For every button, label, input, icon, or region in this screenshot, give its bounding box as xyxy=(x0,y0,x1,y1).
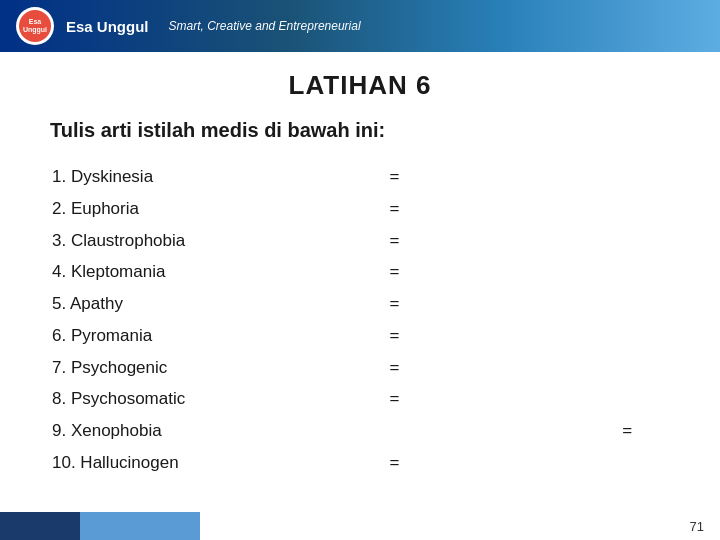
table-row: 9. Xenophobia = xyxy=(52,416,668,446)
item-eq-4: = xyxy=(390,257,436,287)
main-title: LATIHAN 6 xyxy=(50,70,670,101)
table-row: 7. Psychogenic = xyxy=(52,353,668,383)
table-row: 1. Dyskinesia = xyxy=(52,162,668,192)
table-row: 2. Euphoria = xyxy=(52,194,668,224)
table-row: 4. Kleptomania = xyxy=(52,257,668,287)
item-label-8: 8. Psychosomatic xyxy=(52,384,388,414)
item-label-2: 2. Euphoria xyxy=(52,194,388,224)
item-label-10: 10. Hallucinogen xyxy=(52,448,388,478)
logo-area: EsaUnggul Esa Unggul xyxy=(16,7,149,45)
item-eq-10: = xyxy=(390,448,436,478)
footer-blue-bar xyxy=(0,512,80,540)
item-eq-9-empty xyxy=(390,416,436,446)
item-eq-9: = xyxy=(622,416,668,446)
items-table: 1. Dyskinesia = 2. Euphoria = 3. Claustr… xyxy=(50,160,670,480)
subtitle: Tulis arti istilah medis di bawah ini: xyxy=(50,119,670,142)
item-eq-2: = xyxy=(390,194,436,224)
table-row: 8. Psychosomatic = xyxy=(52,384,668,414)
logo-text: EsaUnggul xyxy=(23,18,47,33)
table-row: 6. Pyromania = xyxy=(52,321,668,351)
item-label-3: 3. Claustrophobia xyxy=(52,226,388,256)
item-label-9: 9. Xenophobia xyxy=(52,416,388,446)
item-label-5: 5. Apathy xyxy=(52,289,388,319)
logo-inner: EsaUnggul xyxy=(19,10,51,42)
item-eq-6: = xyxy=(390,321,436,351)
header-tagline: Smart, Creative and Entrepreneurial xyxy=(169,19,361,33)
logo-circle: EsaUnggul xyxy=(16,7,54,45)
item-label-1: 1. Dyskinesia xyxy=(52,162,388,192)
page-number: 71 xyxy=(690,519,704,534)
item-eq-8: = xyxy=(390,384,436,414)
table-row: 5. Apathy = xyxy=(52,289,668,319)
footer: 71 xyxy=(0,512,720,540)
item-eq-1: = xyxy=(390,162,436,192)
footer-light-blue-bar xyxy=(80,512,200,540)
slide: EsaUnggul Esa Unggul Smart, Creative and… xyxy=(0,0,720,540)
table-row: 3. Claustrophobia = xyxy=(52,226,668,256)
item-label-6: 6. Pyromania xyxy=(52,321,388,351)
header: EsaUnggul Esa Unggul Smart, Creative and… xyxy=(0,0,720,52)
university-name: Esa Unggul xyxy=(66,18,149,35)
item-eq-3: = xyxy=(390,226,436,256)
item-eq-5: = xyxy=(390,289,436,319)
content-area: LATIHAN 6 Tulis arti istilah medis di ba… xyxy=(0,52,720,490)
item-label-4: 4. Kleptomania xyxy=(52,257,388,287)
item-eq-7: = xyxy=(390,353,436,383)
table-row: 10. Hallucinogen = xyxy=(52,448,668,478)
item-label-7: 7. Psychogenic xyxy=(52,353,388,383)
